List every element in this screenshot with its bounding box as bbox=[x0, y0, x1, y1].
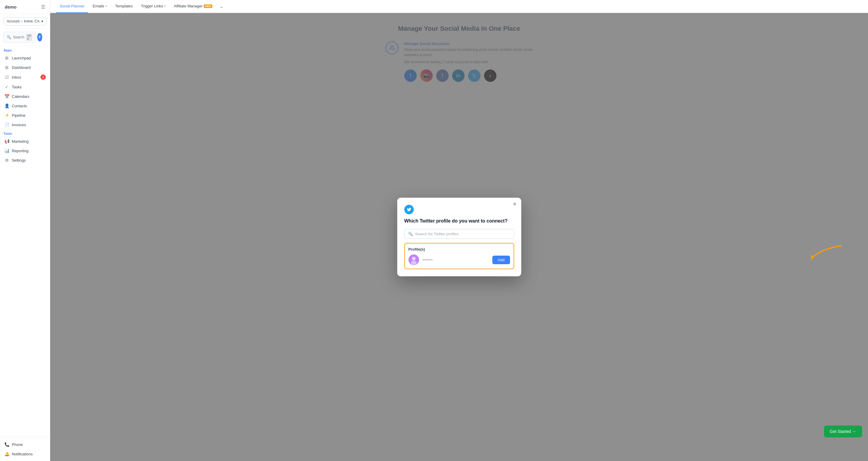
topnav-affiliate-manager[interactable]: Affiliate Manager NEW bbox=[170, 0, 216, 13]
sidebar-item-label: Invoices bbox=[12, 123, 26, 127]
profile-item: •••••••• Add bbox=[408, 254, 510, 265]
modal-title: Which Twitter profile do you want to con… bbox=[404, 219, 514, 224]
search-label: Search bbox=[13, 35, 24, 39]
inbox-badge: 0 bbox=[40, 75, 46, 80]
topnav-emails[interactable]: Emails ▾ bbox=[89, 0, 111, 13]
sidebar-item-settings[interactable]: ⚙ Settings bbox=[0, 155, 50, 165]
search-box[interactable]: 🔍 bbox=[404, 229, 514, 239]
sidebar-item-marketing[interactable]: 📢 Marketing bbox=[0, 137, 50, 146]
topnav-label: Social Planner bbox=[60, 4, 85, 8]
sidebar-item-label: Marketing bbox=[12, 139, 29, 144]
sidebar-item-label: Phone bbox=[12, 442, 23, 447]
sidebar-item-inbox[interactable]: ☑ Inbox 0 bbox=[0, 72, 50, 82]
sidebar-bottom: 📞 Phone 🔔 Notifications bbox=[0, 437, 50, 461]
notifications-icon: 🔔 bbox=[4, 452, 9, 456]
sidebar-item-phone[interactable]: 📞 Phone bbox=[0, 440, 50, 449]
user-avatar[interactable]: F bbox=[37, 33, 42, 41]
more-options-icon[interactable]: ⌄ bbox=[219, 4, 223, 9]
tools-section-label: Tools bbox=[0, 129, 50, 137]
topnav-label: Templates bbox=[115, 4, 133, 8]
search-button[interactable]: 🔍 Search ctrl K bbox=[4, 32, 35, 43]
svg-point-3 bbox=[411, 261, 417, 265]
profiles-box: Profile(s) •••••••• Add bbox=[404, 243, 514, 269]
sidebar-item-calendars[interactable]: 📅 Calendars bbox=[0, 92, 50, 101]
chevron-down-icon: ▾ bbox=[164, 4, 166, 8]
apps-section-label: Apps bbox=[0, 46, 50, 53]
settings-icon: ⚙ bbox=[4, 158, 9, 163]
sidebar-item-reporting[interactable]: 📊 Reporting bbox=[0, 146, 50, 155]
search-icon: 🔍 bbox=[7, 35, 11, 39]
twitter-connect-modal: ✕ Which Twitter profile do you want to c… bbox=[397, 198, 521, 276]
sidebar-item-label: Notifications bbox=[12, 452, 33, 456]
sidebar-item-launchpad[interactable]: ⊞ Launchpad bbox=[0, 53, 50, 63]
topnav-social-planner[interactable]: Social Planner bbox=[56, 0, 88, 13]
profile-avatar bbox=[408, 254, 419, 265]
chevron-down-icon: ▾ bbox=[41, 19, 43, 23]
modal-overlay: ✕ Which Twitter profile do you want to c… bbox=[50, 13, 868, 461]
sidebar-item-label: Inbox bbox=[12, 75, 21, 80]
menu-icon[interactable]: ☰ bbox=[41, 4, 45, 10]
calendars-icon: 📅 bbox=[4, 94, 9, 99]
page-content: Manage Your Social Media In One Place Ma… bbox=[50, 13, 868, 461]
close-button[interactable]: ✕ bbox=[513, 202, 517, 207]
twitter-brand-icon bbox=[404, 205, 414, 214]
topnav-label: Emails bbox=[93, 4, 104, 8]
marketing-icon: 📢 bbox=[4, 139, 9, 144]
main-area: Social Planner Emails ▾ Templates Trigge… bbox=[50, 0, 868, 461]
sidebar-item-notifications[interactable]: 🔔 Notifications bbox=[0, 449, 50, 459]
search-shortcut: ctrl K bbox=[26, 34, 32, 41]
app-logo: demo bbox=[5, 4, 17, 9]
sidebar-item-label: Tasks bbox=[12, 85, 22, 89]
sidebar-item-invoices[interactable]: 📄 Invoices bbox=[0, 120, 50, 129]
topnav-templates[interactable]: Templates bbox=[112, 0, 136, 13]
topnav-trigger-links[interactable]: Trigger Links ▾ bbox=[137, 0, 169, 13]
sidebar-item-label: Contacts bbox=[12, 104, 27, 108]
search-container: 🔍 Search ctrl K F bbox=[0, 29, 50, 46]
sidebar-item-label: Reporting bbox=[12, 149, 28, 153]
add-button[interactable]: Add bbox=[492, 256, 510, 264]
reporting-icon: 📊 bbox=[4, 148, 9, 153]
top-navigation: Social Planner Emails ▾ Templates Trigge… bbox=[50, 0, 868, 13]
svg-point-2 bbox=[412, 257, 415, 260]
sidebar-item-label: Dashboard bbox=[12, 65, 31, 70]
sidebar-item-pipeline[interactable]: ⚡ Pipeline bbox=[0, 111, 50, 120]
launchpad-icon: ⊞ bbox=[4, 56, 9, 60]
contacts-icon: 👤 bbox=[4, 104, 9, 108]
sidebar-item-dashboard[interactable]: ⊞ Dashboard bbox=[0, 63, 50, 72]
new-badge: NEW bbox=[204, 4, 212, 8]
sidebar-logo: demo ☰ bbox=[0, 0, 50, 14]
search-icon: 🔍 bbox=[408, 232, 413, 236]
sidebar-item-contacts[interactable]: 👤 Contacts bbox=[0, 101, 50, 111]
topnav-label: Trigger Links bbox=[141, 4, 163, 8]
phone-icon: 📞 bbox=[4, 442, 9, 447]
tasks-icon: ✓ bbox=[4, 85, 9, 89]
sidebar-item-tasks[interactable]: ✓ Tasks bbox=[0, 82, 50, 92]
sidebar: demo ☰ Account -- Irvine, CA ▾ 🔍 Search … bbox=[0, 0, 50, 461]
account-dropdown[interactable]: Account -- Irvine, CA ▾ bbox=[4, 17, 46, 25]
sidebar-item-label: Calendars bbox=[12, 94, 29, 99]
inbox-icon: ☑ bbox=[4, 75, 9, 80]
profile-username: •••••••• bbox=[422, 258, 490, 262]
account-label: Account -- Irvine, CA bbox=[7, 19, 39, 23]
search-input[interactable] bbox=[415, 232, 510, 236]
account-selector-container: Account -- Irvine, CA ▾ bbox=[0, 14, 50, 29]
dashboard-icon: ⊞ bbox=[4, 65, 9, 70]
invoices-icon: 📄 bbox=[4, 122, 9, 127]
sidebar-item-label: Launchpad bbox=[12, 56, 31, 60]
sidebar-item-label: Pipeline bbox=[12, 113, 25, 118]
profiles-label: Profile(s) bbox=[408, 247, 510, 252]
topnav-label: Affiliate Manager bbox=[174, 4, 203, 8]
pipeline-icon: ⚡ bbox=[4, 113, 9, 118]
sidebar-item-label: Settings bbox=[12, 158, 26, 163]
chevron-down-icon: ▾ bbox=[105, 4, 107, 8]
